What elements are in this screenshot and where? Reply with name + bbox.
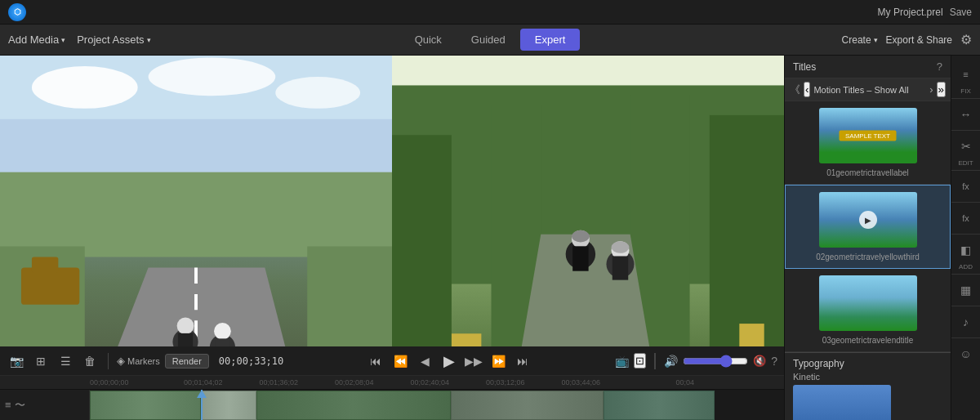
ts-0: 00;00;00;00	[90, 378, 166, 386]
next-titles-button2[interactable]: »	[937, 82, 946, 97]
volume-icon: 🔊	[664, 355, 678, 368]
title-label-3: 03geometrictravelendtitle	[822, 336, 914, 345]
align-icon-button[interactable]: ↔	[954, 102, 978, 127]
snapshot2-button[interactable]: ⊡	[634, 353, 646, 369]
help-button[interactable]: ?	[771, 355, 777, 368]
prev-titles-button2[interactable]: ‹	[804, 82, 810, 97]
title-thumb-3[interactable]	[819, 275, 917, 331]
toolbar-group-audio: ♪	[951, 306, 980, 338]
title-label-1: 01geometrictravellabel	[826, 168, 909, 177]
emoji-icon-button[interactable]: ☺	[954, 342, 978, 366]
edit-label: EDIT	[958, 159, 973, 167]
step-forward-button[interactable]: ⏩	[488, 351, 508, 371]
titles-help-button[interactable]: ?	[937, 60, 942, 73]
project-name: My Project.prel	[878, 7, 943, 18]
toolbar-group-align: ↔	[951, 99, 980, 131]
add-media-button[interactable]: Add Media ▾	[8, 34, 65, 46]
project-assets-button[interactable]: Project Assets ▾	[77, 34, 150, 46]
markers-button[interactable]: ◈ Markers	[117, 355, 160, 367]
tab-quick[interactable]: Quick	[400, 29, 457, 51]
tab-guided-label: Guided	[471, 34, 506, 46]
prev-titles-button[interactable]: 《	[790, 83, 800, 97]
ts-3: 00;02;08;04	[317, 378, 393, 386]
fx1-icon-button[interactable]: fx	[954, 174, 978, 199]
create-button[interactable]: Create ▾	[842, 34, 878, 46]
title-overlay-text-1: SAMPLE TEXT	[839, 131, 897, 141]
grid-icon-button[interactable]: ▦	[954, 278, 978, 302]
project-assets-label: Project Assets	[77, 34, 144, 46]
title-thumb-1[interactable]: SAMPLE TEXT	[819, 108, 917, 163]
project-assets-arrow-icon: ▾	[147, 36, 151, 44]
export-button[interactable]: Export & Share	[886, 34, 952, 46]
topbar: ⬡ My Project.prel Save	[0, 0, 980, 25]
logo-text: ⬡	[14, 7, 21, 16]
tab-guided[interactable]: Guided	[457, 29, 520, 51]
motion-show-bar: 《 ‹ Motion Titles – Show All › »	[785, 78, 951, 101]
audio-icon-button[interactable]: ♪	[954, 310, 978, 334]
typography-label: Typography	[793, 358, 942, 369]
clip-3	[256, 391, 451, 420]
export-label: Export & Share	[886, 34, 952, 46]
save-button[interactable]: Save	[950, 7, 972, 18]
snapshot-button[interactable]: 📺	[615, 355, 629, 368]
svg-point-2	[32, 66, 138, 109]
next-titles-button[interactable]: ›	[929, 83, 933, 96]
timeline-toggle-btn[interactable]: ≡	[5, 399, 11, 411]
title-label-2: 02geometrictravelyellowthird	[816, 252, 920, 261]
prev-frame-button[interactable]: ◀	[415, 351, 434, 371]
add-icon-button[interactable]: ◧	[954, 238, 978, 262]
overlay-icon-button[interactable]: ⊞	[31, 351, 51, 371]
controls-section: 📷 ⊞ ☰ 🗑 ◈ Markers Render 00;00;33;10 ⏮ ⏪…	[0, 346, 784, 420]
motion-show-selector[interactable]: Motion Titles – Show All	[813, 85, 926, 95]
edit-icon-button[interactable]: ✂	[954, 134, 978, 159]
divider	[108, 353, 109, 369]
timeline-row: ≡ 〜	[0, 389, 784, 420]
toolbar-group-add: ◧ ADD	[951, 235, 980, 275]
svg-rect-14	[178, 333, 193, 346]
title-card-3: 03geometrictravelendtitle	[785, 269, 951, 352]
svg-rect-26	[739, 324, 764, 346]
timestamps-row: 00;00;00;00 00;01;04;02 00;01;36;02 00;0…	[0, 376, 784, 389]
svg-rect-22	[710, 115, 784, 346]
add-media-label: Add Media	[8, 34, 59, 46]
svg-rect-33	[612, 256, 628, 279]
svg-point-3	[149, 58, 276, 96]
create-arrow-icon: ▾	[874, 36, 878, 44]
camera-icon-button[interactable]: 📷	[7, 351, 26, 371]
right-panel: Titles ? 《 ‹ Motion Titles – Show All › …	[784, 56, 980, 420]
clip-4	[451, 391, 604, 420]
settings-small-button[interactable]: ☰	[56, 351, 75, 371]
svg-rect-21	[392, 135, 452, 346]
left-content: 📷 ⊞ ☰ 🗑 ◈ Markers Render 00;00;33;10 ⏮ ⏪…	[0, 56, 784, 420]
volume-slider[interactable]	[683, 355, 748, 368]
timecode-display: 00;00;33;10	[219, 355, 283, 367]
topbar-right: My Project.prel Save	[878, 7, 972, 18]
topbar-left: ⬡	[8, 3, 26, 21]
titles-header: Titles ?	[785, 56, 951, 78]
tab-quick-label: Quick	[415, 34, 442, 46]
svg-rect-17	[215, 338, 229, 346]
render-button[interactable]: Render	[165, 354, 209, 369]
kinetic-thumb[interactable]	[793, 385, 891, 420]
title-card-2: ▶ 02geometrictravelyellowthird	[785, 185, 951, 269]
titles-panel: Titles ? 《 ‹ Motion Titles – Show All › …	[785, 56, 951, 420]
clip-5	[604, 391, 715, 420]
clip-strip	[90, 391, 784, 419]
go-start-button[interactable]: ⏮	[366, 351, 385, 371]
delete-button[interactable]: 🗑	[80, 351, 100, 371]
waveform-btn[interactable]: 〜	[15, 398, 25, 413]
fix-icon-button[interactable]: ≡	[954, 62, 978, 87]
title-thumb-2[interactable]: ▶	[819, 192, 917, 248]
step-back-button[interactable]: ⏪	[390, 351, 410, 371]
fx2-icon-button[interactable]: fx	[954, 206, 978, 230]
preview-left	[0, 56, 392, 346]
play-button[interactable]: ▶	[439, 351, 459, 371]
go-end-button[interactable]: ⏭	[513, 351, 532, 371]
settings-icon-button[interactable]: ⚙	[960, 32, 972, 47]
toolbar-group-grid: ▦	[951, 275, 980, 306]
tab-expert[interactable]: Expert	[520, 29, 581, 51]
fix-label: FIX	[960, 87, 970, 95]
svg-rect-25	[452, 333, 481, 346]
divider2	[654, 353, 656, 369]
next-frame-button[interactable]: ▶▶	[464, 351, 483, 371]
